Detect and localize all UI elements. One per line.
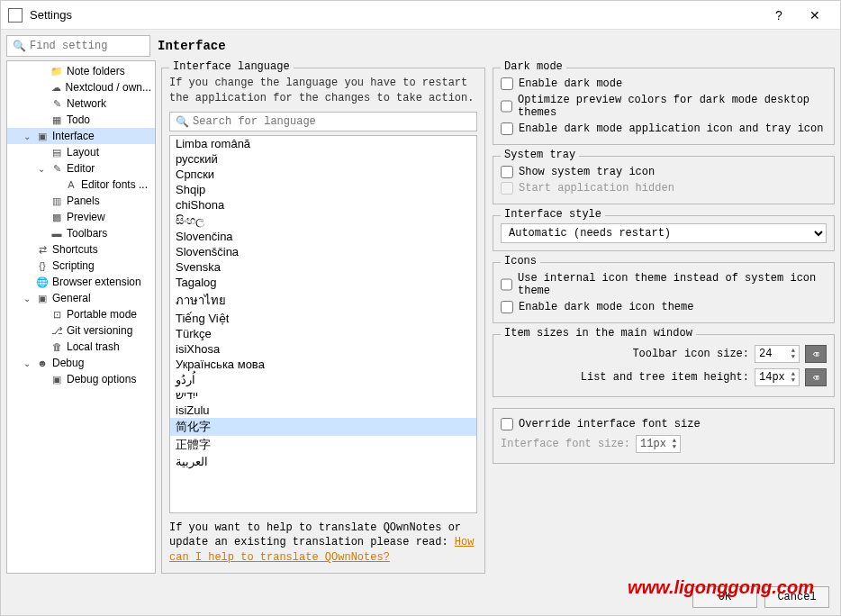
sidebar-item-general[interactable]: ⌄▣General xyxy=(7,290,155,306)
layout-icon: ▤ xyxy=(50,146,63,159)
interface-style-select[interactable]: Automatic (needs restart) xyxy=(501,223,827,243)
lang-item[interactable]: Limba română xyxy=(170,136,476,151)
show-tray-icon[interactable]: Show system tray icon xyxy=(501,164,827,180)
sidebar-item-label: Editor fonts ... xyxy=(81,178,148,191)
sidebar-item-label: Local trash xyxy=(67,340,120,353)
lang-item[interactable]: Türkçe xyxy=(170,326,476,341)
debugopt-icon: ▣ xyxy=(50,373,63,385)
sidebar-item-portable-mode[interactable]: ⊡Portable mode xyxy=(7,306,155,322)
sidebar-item-scripting[interactable]: {}Scripting xyxy=(7,258,155,274)
globe-icon: 🌐 xyxy=(36,276,49,288)
sidebar-item-panels[interactable]: ▥Panels xyxy=(7,193,155,209)
sidebar-item-label: Nextcloud / own... xyxy=(66,81,151,94)
language-list[interactable]: Limba românăрусскийСрпскиShqipchiShonaසි… xyxy=(169,135,477,513)
sidebar-item-label: Note folders xyxy=(67,65,125,77)
sidebar-item-toolbars[interactable]: ▬Toolbars xyxy=(7,225,155,241)
override-font-size[interactable]: Override interface font size xyxy=(501,416,827,432)
list-height-spinner[interactable]: ▲▼ xyxy=(755,368,800,386)
page-title: Interface xyxy=(158,39,226,53)
font-size-label: Interface font size: xyxy=(501,438,630,450)
lang-item[interactable]: 简化字 xyxy=(170,418,476,436)
sidebar-item-label: Scripting xyxy=(52,259,95,272)
ok-button[interactable]: OK xyxy=(692,586,757,608)
settings-tree[interactable]: 📁Note folders☁Nextcloud / own...✎Network… xyxy=(6,60,156,574)
sidebar-item-editor[interactable]: ⌄✎Editor xyxy=(7,160,155,177)
lang-item[interactable]: isiZulu xyxy=(170,403,476,418)
lang-item[interactable]: isiXhosa xyxy=(170,341,476,357)
editor-icon: ✎ xyxy=(50,162,63,175)
lang-item[interactable]: Svenska xyxy=(170,259,476,275)
sidebar-item-git-versioning[interactable]: ⎇Git versioning xyxy=(7,322,155,339)
optimize-preview-colors[interactable]: Optimize preview colors for dark mode de… xyxy=(501,92,827,121)
find-setting-input[interactable]: 🔍 xyxy=(6,35,150,57)
search-icon: 🔍 xyxy=(13,40,26,52)
systray-legend: System tray xyxy=(501,149,579,161)
toolbars-icon: ▬ xyxy=(50,227,63,240)
lang-item[interactable]: Slovenčina xyxy=(170,229,476,244)
sidebar-item-label: General xyxy=(52,292,91,304)
sidebar-item-label: Toolbars xyxy=(67,227,107,240)
sidebar-item-nextcloud-own-[interactable]: ☁Nextcloud / own... xyxy=(7,79,155,95)
sidebar-item-label: Interface xyxy=(52,130,95,142)
lang-item[interactable]: Shqip xyxy=(170,182,476,197)
sidebar-item-interface[interactable]: ⌄▣Interface xyxy=(7,128,155,144)
cancel-button[interactable]: Cancel xyxy=(764,586,829,608)
panels-icon: ▥ xyxy=(50,195,63,207)
sidebar-item-debug-options[interactable]: ▣Debug options xyxy=(7,371,155,387)
sidebar-item-label: Shortcuts xyxy=(52,243,98,256)
sidebar-item-network[interactable]: ✎Network xyxy=(7,95,155,112)
toolbar-size-spinner[interactable]: ▲▼ xyxy=(755,345,800,363)
toolbar-size-reset[interactable]: ⌫ xyxy=(805,345,827,363)
sidebar-item-note-folders[interactable]: 📁Note folders xyxy=(7,63,155,79)
lang-item[interactable]: русский xyxy=(170,151,476,167)
sidebar-item-label: Debug options xyxy=(67,373,136,385)
icons-legend: Icons xyxy=(501,255,540,267)
lang-item[interactable]: ภาษาไทย xyxy=(170,290,476,311)
sidebar-item-shortcuts[interactable]: ⇄Shortcuts xyxy=(7,241,155,258)
lang-item[interactable]: ייִדיש xyxy=(170,387,476,403)
help-button[interactable]: ? xyxy=(761,8,797,23)
app-icon xyxy=(8,8,23,23)
dark-mode-app-icon[interactable]: Enable dark mode application icon and tr… xyxy=(501,121,827,137)
folder-icon: 📁 xyxy=(50,65,63,77)
window-title: Settings xyxy=(30,8,761,22)
lang-item[interactable]: Tagalog xyxy=(170,275,476,290)
sidebar-item-todo[interactable]: ▦Todo xyxy=(7,112,155,128)
preview-icon: ▩ xyxy=(50,211,63,223)
lang-item[interactable]: Slovenščina xyxy=(170,244,476,259)
search-icon: 🔍 xyxy=(176,115,189,128)
tree-expander-icon[interactable]: ⌄ xyxy=(23,294,32,303)
tree-expander-icon[interactable]: ⌄ xyxy=(23,131,32,141)
lang-search-input[interactable]: 🔍 xyxy=(169,112,477,131)
debug-icon: ☻ xyxy=(36,357,49,369)
lang-item[interactable]: chiShona xyxy=(170,197,476,213)
lang-item[interactable]: العربية xyxy=(170,454,476,469)
sidebar-item-layout[interactable]: ▤Layout xyxy=(7,144,155,160)
trash-icon: 🗑 xyxy=(50,340,63,353)
internal-icon-theme[interactable]: Use internal icon theme instead of syste… xyxy=(501,270,827,299)
sidebar-item-preview[interactable]: ▩Preview xyxy=(7,209,155,225)
sidebar-item-label: Browser extension xyxy=(52,276,141,288)
shortcuts-icon: ⇄ xyxy=(36,243,49,256)
close-button[interactable]: ✕ xyxy=(797,8,833,23)
sidebar-item-editor-fonts-[interactable]: AEditor fonts ... xyxy=(7,177,155,193)
sidebar-item-label: Panels xyxy=(67,195,100,207)
lang-item[interactable]: 正體字 xyxy=(170,436,476,454)
lang-item[interactable]: Српски xyxy=(170,167,476,182)
sidebar-item-debug[interactable]: ⌄☻Debug xyxy=(7,355,155,371)
translate-help: If you want to help to translate QOwnNot… xyxy=(169,521,477,566)
sidebar-item-label: Editor xyxy=(67,162,95,175)
sidebar-item-local-trash[interactable]: 🗑Local trash xyxy=(7,339,155,355)
git-icon: ⎇ xyxy=(50,324,63,337)
enable-dark-mode[interactable]: Enable dark mode xyxy=(501,76,827,92)
lang-item[interactable]: Українська мова xyxy=(170,357,476,372)
lang-item[interactable]: اُردُو xyxy=(170,372,476,387)
sidebar-item-browser-extension[interactable]: 🌐Browser extension xyxy=(7,274,155,290)
dark-icon-theme[interactable]: Enable dark mode icon theme xyxy=(501,299,827,315)
lang-item[interactable]: Tiếng Việt xyxy=(170,311,476,326)
lang-item[interactable]: සිංහල xyxy=(170,213,476,229)
todo-icon: ▦ xyxy=(50,113,63,126)
sidebar-item-label: Portable mode xyxy=(67,308,137,321)
tree-expander-icon[interactable]: ⌄ xyxy=(23,358,32,368)
list-height-reset[interactable]: ⌫ xyxy=(805,368,827,386)
